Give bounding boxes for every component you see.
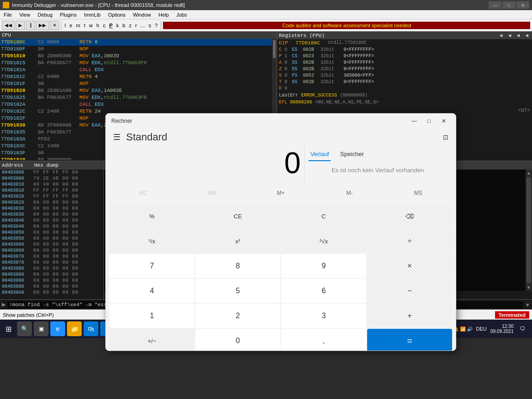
disasm-row[interactable]: 77D91815 BA F063DA77 MOV EDX,ntdll.77DA6… — [0, 60, 272, 66]
calc-minimize-button[interactable]: — — [408, 116, 421, 126]
calc-reciprocal-button[interactable]: ¹/x — [109, 229, 194, 253]
taskbar-explorer-button[interactable]: 📁 — [67, 321, 82, 336]
calc-close-button[interactable]: ✕ — [437, 116, 450, 126]
hex-row[interactable]: 0040305000 00 00 00 00 — [0, 230, 103, 236]
toolbar-ffwd[interactable]: ▶▶ — [36, 21, 49, 30]
toolbar-pause[interactable]: ‖ — [26, 21, 35, 30]
reg-nav-left2[interactable]: ◀ — [506, 32, 513, 38]
hex-row[interactable]: 0040300870 2E 4E 00 00 — [0, 175, 103, 181]
hex-row[interactable]: 0040304000 00 00 00 00 — [0, 218, 103, 224]
hex-row[interactable]: 0040307000 00 00 00 00 — [0, 254, 103, 260]
hex-row[interactable]: 0040307800 00 00 00 00 — [0, 260, 103, 266]
disasm-row[interactable]: 77D9181C C2 0400 RETN 4 — [0, 73, 272, 80]
calc-divide-button[interactable]: ÷ — [367, 229, 452, 253]
menu-help[interactable]: Help — [155, 11, 173, 18]
menu-immlib[interactable]: ImmLib — [80, 11, 104, 18]
disasm-row[interactable]: 77D91820 B8 2E001A00 MOV EAX,1A002E — [0, 87, 272, 94]
minimize-button[interactable]: — — [489, 1, 502, 9]
calc-maximize-button[interactable]: □ — [423, 116, 435, 126]
disasm-row[interactable]: 77D9181F 90 NOP — [0, 80, 272, 87]
windows-start-button[interactable]: ⊞ — [2, 323, 15, 335]
menu-debug[interactable]: Debug — [34, 11, 56, 18]
toolbar-r[interactable]: r — [134, 23, 139, 28]
menu-plugins[interactable]: Plugins — [56, 11, 80, 18]
hex-row[interactable]: 0040304800 00 00 00 00 — [0, 224, 103, 230]
calc-fullscreen-button[interactable]: ⊡ — [441, 132, 450, 143]
toolbar-s[interactable]: s — [147, 23, 153, 28]
toolbar-c[interactable]: c — [102, 23, 107, 28]
calc-3-button[interactable]: 3 — [281, 304, 366, 328]
right-scrollbar[interactable]: ▲ ▼ — [526, 169, 532, 291]
hex-row[interactable]: 0040308000 00 00 00 00 — [0, 266, 103, 272]
disasm-row[interactable]: 77D9182A CALL EDX — [0, 101, 272, 108]
taskbar-edge-button[interactable]: e — [50, 321, 65, 336]
menu-file[interactable]: File — [0, 11, 16, 18]
calc-backspace-button[interactable]: ⌫ — [367, 204, 452, 228]
taskbar-store-button[interactable]: 🛍 — [84, 321, 98, 336]
calc-mplus-button[interactable]: M+ — [247, 186, 315, 200]
right-scrollbar-thumb[interactable] — [526, 177, 531, 283]
calc-verlauf-tab[interactable]: Verlauf — [308, 148, 331, 161]
hex-row[interactable]: 00403020FF FF FF FF 00 — [0, 193, 103, 200]
reg-nav-left3[interactable]: ◀ — [515, 32, 522, 38]
menu-view[interactable]: View — [16, 11, 34, 18]
toolbar-P[interactable]: P — [108, 23, 114, 28]
taskbar-search-button[interactable]: 🔍 — [17, 321, 32, 336]
hex-row[interactable]: 0040308800 00 00 00 00 — [0, 272, 103, 278]
hex-row[interactable]: 0040301000 40 00 00 00 — [0, 181, 103, 187]
calc-minus-button[interactable]: − — [367, 279, 452, 303]
right-scrollbar-up[interactable]: ▲ — [526, 169, 532, 176]
hex-row[interactable]: 0040309800 00 00 00 00 — [0, 284, 103, 290]
disasm-row[interactable]: 77D91825 BA F063DA77 MOV EDX,ntdll.77DA6… — [0, 94, 272, 101]
calc-8-button[interactable]: 8 — [195, 254, 280, 278]
maximize-button[interactable]: □ — [502, 1, 515, 9]
calc-5-button[interactable]: 5 — [195, 279, 280, 303]
calc-1-button[interactable]: 1 — [109, 304, 194, 328]
calc-2-button[interactable]: 2 — [195, 304, 280, 328]
calc-multiply-button[interactable]: × — [367, 254, 452, 278]
calc-sqrt-button[interactable]: ²√x — [281, 229, 366, 253]
disasm-row[interactable]: 77D9180F 90 NOP — [0, 46, 272, 53]
hex-row[interactable]: 00403018FF FF FF FF 00 — [0, 187, 103, 193]
calc-decimal-button[interactable]: , — [281, 329, 366, 351]
reg-nav-left1[interactable]: ◀ — [498, 32, 505, 38]
toolbar-w[interactable]: w — [88, 23, 94, 28]
menu-window[interactable]: Window — [129, 11, 155, 18]
hex-row[interactable]: 00403000FF FF FF FF 00 — [0, 169, 103, 175]
toolbar-play[interactable]: ▶ — [16, 21, 25, 30]
hex-row[interactable]: 0040303000 00 00 00 00 — [0, 206, 103, 212]
calc-negate-button[interactable]: +/− — [109, 329, 194, 351]
taskbar-view-button[interactable]: ▣ — [34, 321, 48, 336]
menu-options[interactable]: Options — [104, 11, 129, 18]
calc-hamburger-button[interactable]: ☰ — [111, 130, 122, 144]
calc-square-button[interactable]: x² — [195, 229, 280, 253]
toolbar-t[interactable]: t — [83, 23, 87, 28]
calc-mc-button[interactable]: MC — [109, 186, 177, 200]
close-button[interactable]: ✕ — [516, 1, 529, 9]
calc-equals-button[interactable]: = — [367, 329, 452, 351]
hex-row[interactable]: 0040309000 00 00 00 00 — [0, 278, 103, 284]
hex-row[interactable]: 0040306800 00 00 00 00 — [0, 248, 103, 254]
hex-row[interactable]: 0040303800 00 00 00 00 — [0, 212, 103, 218]
disasm-row[interactable]: 77D9180C C2 0800 RETN 8 — [0, 39, 272, 46]
toolbar-rewind[interactable]: ◀◀ — [2, 21, 15, 30]
toolbar-dots[interactable]: ... — [139, 23, 146, 28]
menu-jobs[interactable]: Jobs — [173, 11, 191, 18]
calc-6-button[interactable]: 6 — [281, 279, 366, 303]
toolbar-h[interactable]: h — [95, 23, 101, 28]
calc-speicher-tab[interactable]: Speicher — [338, 148, 365, 161]
toolbar-k[interactable]: k — [115, 23, 121, 28]
hex-row[interactable]: 0040305800 00 00 00 00 — [0, 236, 103, 242]
calc-4-button[interactable]: 4 — [109, 279, 194, 303]
calc-0-button[interactable]: 0 — [195, 329, 280, 351]
taskbar-notification-button[interactable]: 🗨 — [515, 321, 530, 336]
calc-c-button[interactable]: C — [281, 204, 366, 228]
command-dropdown[interactable]: ▼ — [523, 302, 532, 308]
calc-mminus-button[interactable]: M- — [315, 186, 383, 200]
disasm-row[interactable]: 77D91810 B8 2D000300 MOV EAX,3002D — [0, 53, 272, 60]
calc-9-button[interactable]: 9 — [281, 254, 366, 278]
calc-ce-button[interactable]: CE — [195, 204, 280, 228]
toolbar-z[interactable]: z — [127, 23, 133, 28]
hex-row[interactable]: 0040302800 00 00 00 00 — [0, 200, 103, 206]
toolbar-q[interactable]: ? — [153, 23, 159, 28]
